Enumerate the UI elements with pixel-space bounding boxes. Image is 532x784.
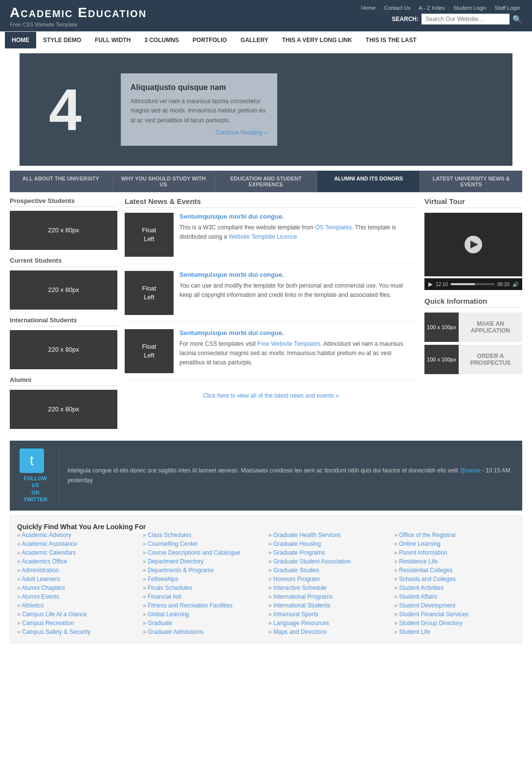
link-residence-life[interactable]: Residence Life bbox=[394, 557, 515, 566]
link-student-affairs[interactable]: Student Affairs bbox=[394, 592, 515, 601]
video-player[interactable] bbox=[424, 213, 522, 276]
link-fellowships[interactable]: Fellowships bbox=[143, 575, 264, 583]
link-finals[interactable]: Finals Schedules bbox=[143, 583, 264, 592]
link-fitness[interactable]: Fitness and Recreation Facilities bbox=[143, 601, 264, 610]
link-honours[interactable]: Honours Program bbox=[268, 575, 389, 583]
volume-icon[interactable]: 🔊 bbox=[512, 282, 518, 287]
tab-education[interactable]: EDUCATION AND STUDENT EXPERIENCE bbox=[215, 171, 318, 192]
link-grad-admissions[interactable]: Graduate Admissions bbox=[143, 627, 264, 636]
link-grad-studies[interactable]: Graduate Studies bbox=[268, 566, 389, 575]
link-grad-programs[interactable]: Graduate Programs bbox=[268, 548, 389, 557]
link-student-activities[interactable]: Student Activities bbox=[394, 583, 515, 592]
link-graduate[interactable]: Graduate bbox=[143, 619, 264, 627]
link-intl-programs[interactable]: International Programs bbox=[268, 592, 389, 601]
student-login-link[interactable]: Student Login bbox=[453, 5, 487, 11]
tab-alumni[interactable]: ALUMNI AND ITS DONORS bbox=[317, 171, 420, 192]
news-headline-2[interactable]: Sentumquisque morbi dui congue. bbox=[179, 271, 417, 278]
link-course-desc[interactable]: Course Descriptions and Catalogue bbox=[143, 548, 264, 557]
current-students-image[interactable]: 220 x 80px bbox=[10, 270, 117, 310]
nav-item-full[interactable]: FULL WIDTH bbox=[88, 32, 137, 48]
make-application-item[interactable]: 100 x 100px MAKE AN APPLICATION bbox=[424, 313, 522, 342]
tweet-mention[interactable]: @name bbox=[460, 467, 480, 474]
link-online-learning[interactable]: Online Learning bbox=[394, 539, 515, 548]
link-parent-info[interactable]: Parent Information bbox=[394, 548, 515, 557]
video-play-icon[interactable]: ▶ bbox=[428, 281, 433, 288]
link-dept-directory[interactable]: Department Directory bbox=[143, 557, 264, 566]
news-body-3: For more CSS templates visit Free Websit… bbox=[179, 339, 417, 368]
link-grad-housing[interactable]: Graduate Housing bbox=[268, 539, 389, 548]
link-intramural[interactable]: Intramural Sports bbox=[268, 610, 389, 619]
play-icon bbox=[470, 241, 478, 248]
link-campus-safety[interactable]: Campus Safety & Security bbox=[17, 627, 138, 636]
link-grad-student-assoc[interactable]: Graduate Student Association bbox=[268, 557, 389, 566]
header-top: Academic Education Free CSS Website Temp… bbox=[10, 5, 522, 31]
news-headline-3[interactable]: Sentumquisque morbi dui congue. bbox=[179, 329, 417, 336]
os-templates-link[interactable]: OS Templates bbox=[315, 224, 352, 231]
link-interactive-schedule[interactable]: Interactive Schedule bbox=[268, 583, 389, 592]
link-alumni-chapters[interactable]: Alumni Chapters bbox=[17, 583, 138, 592]
link-schools-colleges[interactable]: Schools and Colleges bbox=[394, 575, 515, 583]
order-prospectus-item[interactable]: 100 x 100px ORDER A PROSPECTUS bbox=[424, 345, 522, 374]
nav-item-long[interactable]: THIS A VERY LONG LINK bbox=[275, 32, 359, 48]
link-student-financial[interactable]: Student Financial Services bbox=[394, 610, 515, 619]
link-global-learning[interactable]: Global Learning bbox=[143, 610, 264, 619]
link-residential-colleges[interactable]: Residential Colleges bbox=[394, 566, 515, 575]
nav-item-style[interactable]: STYLE DEMO bbox=[36, 32, 88, 48]
link-depts-programs[interactable]: Departments & Programs bbox=[143, 566, 264, 575]
contact-link[interactable]: Contact Us bbox=[384, 5, 410, 11]
video-play-button[interactable] bbox=[465, 236, 482, 253]
twitter-divider bbox=[59, 448, 60, 503]
link-academic-advisory[interactable]: Academic Advisory bbox=[17, 531, 138, 539]
link-athletics[interactable]: Athletics bbox=[17, 601, 138, 610]
link-student-life[interactable]: Student Life bbox=[394, 627, 515, 636]
tab-why-study[interactable]: WHY YOU SHOULD STUDY WITH US bbox=[112, 171, 215, 192]
az-link[interactable]: A - Z Index bbox=[419, 5, 445, 11]
link-intl-students[interactable]: International Students bbox=[268, 601, 389, 610]
tab-news[interactable]: LATEST UNIVERSITY NEWS & EVENTS bbox=[420, 171, 522, 192]
news-headline-1[interactable]: Sentumquisque morbi dui congue. bbox=[179, 213, 417, 220]
tab-about-university[interactable]: ALL ABOUT THE UNIVERSITY bbox=[10, 171, 112, 192]
search-button[interactable]: 🔍 bbox=[512, 15, 522, 24]
free-templates-link[interactable]: Free Website Templates bbox=[257, 340, 320, 347]
search-bar: SEARCH: 🔍 bbox=[359, 14, 522, 24]
twitter-icon[interactable]: t bbox=[20, 448, 44, 473]
nav-item-portfolio[interactable]: PORTFOLIO bbox=[186, 32, 234, 48]
nav-item-home[interactable]: HOME bbox=[5, 32, 36, 48]
links-col-1: Academic Advisory Academic Assistance Ac… bbox=[17, 531, 138, 636]
link-academics-office[interactable]: Academics Office bbox=[17, 557, 138, 566]
continue-reading-link[interactable]: Continue Reading » bbox=[131, 129, 267, 136]
international-students-image[interactable]: 220 x 80px bbox=[10, 330, 117, 369]
link-campus-life[interactable]: Campus Life At a Glance bbox=[17, 610, 138, 619]
link-alumni-events[interactable]: Alumni Events bbox=[17, 592, 138, 601]
link-student-dev[interactable]: Student Development bbox=[394, 601, 515, 610]
link-adult-learners[interactable]: Adult Learners bbox=[17, 575, 138, 583]
link-financial-aid[interactable]: Financial Aid bbox=[143, 592, 264, 601]
link-campus-recreation[interactable]: Campus Recreation bbox=[17, 619, 138, 627]
link-administration[interactable]: Administration bbox=[17, 566, 138, 575]
licence-link[interactable]: Website Template Licence bbox=[229, 233, 297, 240]
link-class-schedules[interactable]: Class Schedules bbox=[143, 531, 264, 539]
link-academic-calendars[interactable]: Academic Calendars bbox=[17, 548, 138, 557]
video-progress-bar[interactable] bbox=[451, 283, 494, 285]
link-counselling[interactable]: Counselling Center bbox=[143, 539, 264, 548]
link-maps[interactable]: Maps and Directions bbox=[268, 627, 389, 636]
nav-item-gallery[interactable]: GALLERY bbox=[234, 32, 275, 48]
alumni-image[interactable]: 220 x 80px bbox=[10, 390, 117, 429]
video-progress-fill bbox=[451, 283, 475, 285]
view-all-link[interactable]: Click here to view all of the latest new… bbox=[125, 387, 417, 404]
links-col-3: Graduate Health Services Graduate Housin… bbox=[268, 531, 389, 636]
link-registrar[interactable]: Office of the Registrar bbox=[394, 531, 515, 539]
nav-item-last[interactable]: THIS IS THE LAST bbox=[359, 32, 423, 48]
application-label: MAKE AN APPLICATION bbox=[459, 320, 522, 334]
staff-login-link[interactable]: Staff Login bbox=[495, 5, 520, 11]
nav-item-3col[interactable]: 3 COLUMNS bbox=[137, 32, 186, 48]
slider-section: 4 Aliquatjusto quisque nam Attincidunt v… bbox=[10, 53, 522, 192]
main-nav: HOME STYLE DEMO FULL WIDTH 3 COLUMNS POR… bbox=[0, 31, 532, 48]
link-student-group[interactable]: Student Group Directory bbox=[394, 619, 515, 627]
link-language[interactable]: Language Resources bbox=[268, 619, 389, 627]
search-input[interactable] bbox=[421, 14, 510, 24]
link-academic-assistance[interactable]: Academic Assistance bbox=[17, 539, 138, 548]
prospective-students-image[interactable]: 220 x 80px bbox=[10, 211, 117, 250]
home-link[interactable]: Home bbox=[361, 5, 376, 11]
link-grad-health[interactable]: Graduate Health Services bbox=[268, 531, 389, 539]
